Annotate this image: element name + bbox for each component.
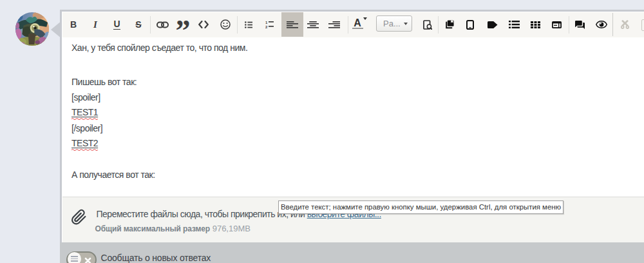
svg-text:2: 2 — [265, 25, 268, 28]
svg-text:1: 1 — [265, 21, 268, 24]
